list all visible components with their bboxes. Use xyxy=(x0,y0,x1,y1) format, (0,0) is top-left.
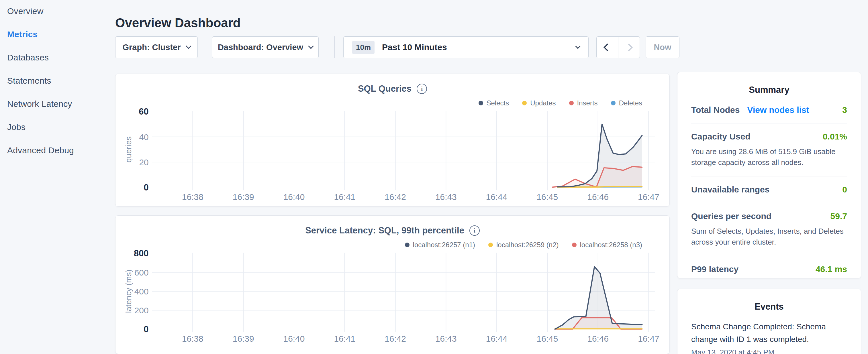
legend-dot-icon xyxy=(478,101,483,105)
graph-dropdown-label: Graph: Cluster xyxy=(122,43,181,52)
events-panel-title: Events xyxy=(691,301,847,312)
svg-text:800: 800 xyxy=(134,248,149,258)
svg-text:16:43: 16:43 xyxy=(435,192,457,202)
svg-text:0: 0 xyxy=(144,183,149,192)
sidebar-item-advanced-debug[interactable]: Advanced Debug xyxy=(7,146,115,155)
summary-row-queries-per-second: Queries per second 59.7 Sum of Selects, … xyxy=(691,203,847,256)
legend-label: Deletes xyxy=(619,99,642,107)
time-step-back-button[interactable] xyxy=(597,37,618,58)
summary-row-unavailable-ranges: Unavailable ranges 0 xyxy=(691,176,847,203)
summary-row-total-nodes: Total Nodes View nodes list 3 xyxy=(691,97,847,123)
legend-label: localhost:26257 (n1) xyxy=(413,241,475,249)
sidebar: Overview Metrics Databases Statements Ne… xyxy=(0,0,115,354)
summary-value: 46.1 ms xyxy=(815,264,847,274)
events-panel: Events Schema Change Completed: Schema c… xyxy=(677,289,861,354)
svg-text:60: 60 xyxy=(139,106,149,117)
svg-text:16:47: 16:47 xyxy=(638,192,659,202)
svg-text:16:42: 16:42 xyxy=(384,192,406,202)
now-button[interactable]: Now xyxy=(646,36,679,58)
time-step-forward-button[interactable] xyxy=(618,37,640,58)
legend-dot-icon xyxy=(572,243,577,247)
summary-description: Sum of Selects, Updates, Inserts, and De… xyxy=(691,226,847,248)
legend-item: Selects xyxy=(478,99,509,107)
legend-dot-icon xyxy=(488,243,493,247)
svg-text:16:46: 16:46 xyxy=(587,334,609,344)
summary-label: P99 latency xyxy=(691,264,739,274)
svg-text:20: 20 xyxy=(139,158,149,167)
sidebar-item-metrics[interactable]: Metrics xyxy=(7,30,115,39)
legend-item: Updates xyxy=(522,99,556,107)
time-step-controls xyxy=(596,36,640,58)
svg-text:16:41: 16:41 xyxy=(334,192,355,202)
sidebar-item-overview[interactable]: Overview xyxy=(7,6,115,16)
legend-label: Updates xyxy=(530,99,556,107)
legend-item: localhost:26259 (n2) xyxy=(488,241,559,249)
chart-canvas[interactable]: 16:3816:3916:4016:4116:4216:4316:4416:45… xyxy=(116,216,670,354)
svg-text:16:39: 16:39 xyxy=(233,334,254,344)
legend-item: localhost:26257 (n1) xyxy=(405,241,475,249)
event-message[interactable]: Schema Change Completed: Schema change w… xyxy=(691,321,847,346)
svg-text:16:38: 16:38 xyxy=(182,334,204,344)
chevron-down-icon xyxy=(575,43,580,49)
summary-label: Total Nodes xyxy=(691,105,740,115)
summary-label: Unavailable ranges xyxy=(691,185,769,194)
sidebar-item-network-latency[interactable]: Network Latency xyxy=(7,99,115,109)
svg-text:16:38: 16:38 xyxy=(182,192,204,202)
legend-item: Inserts xyxy=(569,99,598,107)
service-latency-chart-card: 16:3816:3916:4016:4116:4216:4316:4416:45… xyxy=(115,215,670,354)
legend-dot-icon xyxy=(522,101,527,105)
sidebar-item-databases[interactable]: Databases xyxy=(7,53,115,62)
summary-panel: Summary Total Nodes View nodes list 3 Ca… xyxy=(677,72,861,279)
svg-text:16:46: 16:46 xyxy=(587,192,609,202)
summary-label: Queries per second xyxy=(691,212,771,221)
sidebar-item-statements[interactable]: Statements xyxy=(7,76,115,86)
svg-text:latency (ms): latency (ms) xyxy=(124,269,133,313)
summary-panel-title: Summary xyxy=(691,85,847,95)
legend-item: localhost:26258 (n3) xyxy=(572,241,642,249)
summary-description: You are using 28.6 MiB of 515.9 GiB usab… xyxy=(691,146,847,168)
sql-queries-chart-card: 16:3816:3916:4016:4116:4216:4316:4416:45… xyxy=(115,74,670,206)
time-range-badge: 10m xyxy=(352,41,375,54)
legend-item: Deletes xyxy=(611,99,642,107)
chart-title: SQL Queries xyxy=(358,84,411,94)
svg-text:16:40: 16:40 xyxy=(283,192,305,202)
time-range-label: Past 10 Minutes xyxy=(382,42,447,52)
svg-text:16:41: 16:41 xyxy=(334,334,355,344)
info-icon[interactable] xyxy=(469,225,480,236)
summary-value: 3 xyxy=(842,105,847,115)
legend-label: localhost:26259 (n2) xyxy=(496,241,559,249)
view-nodes-link[interactable]: View nodes list xyxy=(747,105,809,115)
sidebar-item-jobs[interactable]: Jobs xyxy=(7,122,115,132)
legend-dot-icon xyxy=(569,101,574,105)
svg-text:16:47: 16:47 xyxy=(638,334,659,344)
legend-label: Inserts xyxy=(577,99,598,107)
legend-label: localhost:26258 (n3) xyxy=(580,241,642,249)
legend-label: Selects xyxy=(487,99,509,107)
chevron-left-icon xyxy=(603,43,611,51)
summary-value: 59.7 xyxy=(831,212,847,221)
svg-text:queries: queries xyxy=(124,136,133,162)
svg-text:16:45: 16:45 xyxy=(537,192,558,202)
graph-dropdown[interactable]: Graph: Cluster xyxy=(115,36,198,58)
svg-text:40: 40 xyxy=(139,132,149,142)
chart-title: Service Latency: SQL, 99th percentile xyxy=(305,225,464,236)
time-range-selector[interactable]: 10m Past 10 Minutes xyxy=(343,36,589,58)
summary-label: Capacity Used xyxy=(691,132,750,141)
event-timestamp: May 13, 2020 at 4:45 PM xyxy=(691,348,847,354)
chevron-down-icon xyxy=(308,43,314,49)
svg-text:16:42: 16:42 xyxy=(384,334,406,344)
svg-text:16:45: 16:45 xyxy=(537,334,558,344)
svg-text:0: 0 xyxy=(144,324,149,334)
svg-text:200: 200 xyxy=(134,305,149,315)
svg-text:16:44: 16:44 xyxy=(486,192,507,202)
page-title: Overview Dashboard xyxy=(115,16,241,30)
summary-row-p99-latency: P99 latency 46.1 ms xyxy=(691,256,847,282)
chart-legend: SelectsUpdatesInsertsDeletes xyxy=(478,99,643,107)
chart-legend: localhost:26257 (n1)localhost:26259 (n2)… xyxy=(405,241,642,249)
dashboard-dropdown[interactable]: Dashboard: Overview xyxy=(212,36,319,58)
legend-dot-icon xyxy=(611,101,616,105)
dashboard-dropdown-label: Dashboard: Overview xyxy=(218,43,303,52)
header-divider xyxy=(334,36,335,58)
info-icon[interactable] xyxy=(417,84,427,94)
svg-text:16:39: 16:39 xyxy=(233,192,254,202)
